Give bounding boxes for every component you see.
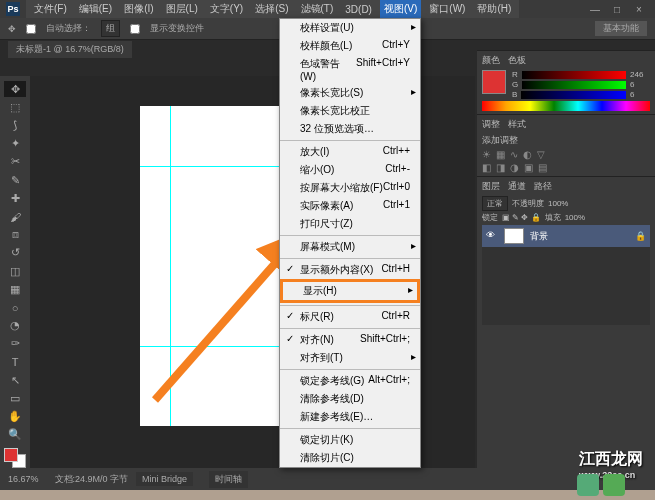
- menu-item[interactable]: 编辑(E): [75, 0, 116, 18]
- photo-filter-icon[interactable]: ◑: [510, 162, 519, 173]
- dodge-tool-icon[interactable]: ◔: [4, 318, 26, 334]
- menu-item[interactable]: 显示额外内容(X)Ctrl+H: [280, 261, 420, 279]
- menu-item[interactable]: 清除参考线(D): [280, 390, 420, 408]
- timeline-tab[interactable]: 时间轴: [209, 471, 248, 488]
- brush-tool-icon[interactable]: 🖌: [4, 208, 26, 224]
- close-button[interactable]: ×: [629, 4, 649, 15]
- wand-tool-icon[interactable]: ✦: [4, 136, 26, 152]
- menu-item[interactable]: 清除切片(C): [280, 449, 420, 467]
- menu-item[interactable]: 视图(V): [380, 0, 421, 18]
- pen-tool-icon[interactable]: ✑: [4, 336, 26, 352]
- blend-mode-select[interactable]: 正常: [482, 196, 508, 211]
- adjustments-panel: 调整 样式 添加调整 ☀▦∿◐▽ ◧◨◑▣▤: [477, 114, 655, 176]
- menu-item[interactable]: 校样颜色(L)Ctrl+Y: [280, 37, 420, 55]
- layer-thumbnail[interactable]: [504, 228, 524, 244]
- menu-item[interactable]: 图像(I): [120, 0, 157, 18]
- crop-tool-icon[interactable]: ✂: [4, 154, 26, 170]
- move-tool-icon[interactable]: ✥: [4, 81, 26, 97]
- menu-item[interactable]: 文字(Y): [206, 0, 247, 18]
- b-slider[interactable]: [521, 91, 626, 99]
- color-swatch-tool[interactable]: [4, 448, 26, 468]
- menu-item[interactable]: 显示(H)▸: [280, 279, 420, 303]
- stamp-tool-icon[interactable]: ⧈: [4, 227, 26, 243]
- minibridge-tab[interactable]: Mini Bridge: [136, 472, 193, 486]
- doc-info[interactable]: 文档:24.9M/0 字节: [55, 473, 129, 486]
- menu-item[interactable]: 色域警告(W)Shift+Ctrl+Y: [280, 55, 420, 84]
- g-value[interactable]: 6: [630, 80, 650, 89]
- menu-item[interactable]: 实际像素(A)Ctrl+1: [280, 197, 420, 215]
- autoselect-dropdown[interactable]: 组: [101, 20, 120, 37]
- menu-item[interactable]: 选择(S): [251, 0, 292, 18]
- marquee-tool-icon[interactable]: ⬚: [4, 99, 26, 115]
- menu-item[interactable]: 像素长宽比校正: [280, 102, 420, 120]
- maximize-button[interactable]: □: [607, 4, 627, 15]
- layers-tab[interactable]: 图层: [482, 180, 500, 193]
- menu-item[interactable]: 屏幕模式(M)▸: [280, 238, 420, 256]
- r-slider[interactable]: [522, 71, 626, 79]
- layer-row[interactable]: 👁 背景 🔒: [482, 225, 650, 247]
- curves-icon[interactable]: ∿: [510, 149, 518, 160]
- visibility-icon[interactable]: 👁: [486, 230, 498, 242]
- menu-item[interactable]: 3D(D): [341, 2, 376, 17]
- spectrum-bar[interactable]: [482, 101, 650, 111]
- menu-item[interactable]: 新建参考线(E)…: [280, 408, 420, 426]
- lookup-icon[interactable]: ▤: [538, 162, 547, 173]
- eraser-tool-icon[interactable]: ◫: [4, 263, 26, 279]
- menu-item[interactable]: 锁定切片(K): [280, 431, 420, 449]
- exposure-icon[interactable]: ◐: [523, 149, 532, 160]
- workspace-switcher[interactable]: 基本功能: [595, 21, 647, 36]
- zoom-level[interactable]: 16.67%: [8, 474, 39, 484]
- g-slider[interactable]: [522, 81, 626, 89]
- lasso-tool-icon[interactable]: ⟆: [4, 117, 26, 133]
- menu-item[interactable]: 文件(F): [30, 0, 71, 18]
- brightness-icon[interactable]: ☀: [482, 149, 491, 160]
- menu-item[interactable]: 按屏幕大小缩放(F)Ctrl+0: [280, 179, 420, 197]
- menu-item[interactable]: 校样设置(U)▸: [280, 19, 420, 37]
- eyedropper-tool-icon[interactable]: ✎: [4, 172, 26, 188]
- lock-icons[interactable]: ▣ ✎ ✥ 🔒: [502, 213, 541, 222]
- heal-tool-icon[interactable]: ✚: [4, 190, 26, 206]
- menu-item[interactable]: 对齐到(T)▸: [280, 349, 420, 367]
- menu-item[interactable]: 像素长宽比(S)▸: [280, 84, 420, 102]
- opacity-value[interactable]: 100%: [548, 199, 568, 208]
- autoselect-checkbox[interactable]: [26, 24, 36, 34]
- showtransform-checkbox[interactable]: [130, 24, 140, 34]
- menu-item[interactable]: 打印尺寸(Z): [280, 215, 420, 233]
- document-tab[interactable]: 未标题-1 @ 16.7%(RGB/8): [8, 41, 132, 58]
- adjustments-tab[interactable]: 调整: [482, 118, 500, 131]
- styles-tab[interactable]: 样式: [508, 118, 526, 131]
- levels-icon[interactable]: ▦: [496, 149, 505, 160]
- path-tool-icon[interactable]: ↖: [4, 372, 26, 388]
- zoom-tool-icon[interactable]: 🔍: [4, 427, 26, 443]
- menu-item[interactable]: 锁定参考线(G)Alt+Ctrl+;: [280, 372, 420, 390]
- vibrance-icon[interactable]: ▽: [537, 149, 545, 160]
- layer-name[interactable]: 背景: [530, 230, 548, 243]
- history-brush-tool-icon[interactable]: ↺: [4, 245, 26, 261]
- color-tab[interactable]: 颜色: [482, 54, 500, 67]
- r-value[interactable]: 246: [630, 70, 650, 79]
- type-tool-icon[interactable]: T: [4, 354, 26, 370]
- swatches-tab[interactable]: 色板: [508, 54, 526, 67]
- foreground-color-swatch[interactable]: [482, 70, 506, 94]
- gradient-tool-icon[interactable]: ▦: [4, 281, 26, 297]
- menu-item[interactable]: 窗口(W): [425, 0, 469, 18]
- menu-item[interactable]: 滤镜(T): [297, 0, 338, 18]
- menu-item[interactable]: 32 位预览选项…: [280, 120, 420, 138]
- blur-tool-icon[interactable]: ○: [4, 299, 26, 315]
- paths-tab[interactable]: 路径: [534, 180, 552, 193]
- menu-item[interactable]: 对齐(N)Shift+Ctrl+;: [280, 331, 420, 349]
- menu-item[interactable]: 图层(L): [162, 0, 202, 18]
- menu-item[interactable]: 帮助(H): [473, 0, 515, 18]
- mixer-icon[interactable]: ▣: [524, 162, 533, 173]
- bw-icon[interactable]: ◨: [496, 162, 505, 173]
- menu-item[interactable]: 放大(I)Ctrl++: [280, 143, 420, 161]
- b-value[interactable]: 6: [630, 90, 650, 99]
- hand-tool-icon[interactable]: ✋: [4, 409, 26, 425]
- channels-tab[interactable]: 通道: [508, 180, 526, 193]
- hue-icon[interactable]: ◧: [482, 162, 491, 173]
- shape-tool-icon[interactable]: ▭: [4, 390, 26, 406]
- minimize-button[interactable]: —: [585, 4, 605, 15]
- menu-item[interactable]: 标尺(R)Ctrl+R: [280, 308, 420, 326]
- menu-item[interactable]: 缩小(O)Ctrl+-: [280, 161, 420, 179]
- fill-value[interactable]: 100%: [565, 213, 585, 222]
